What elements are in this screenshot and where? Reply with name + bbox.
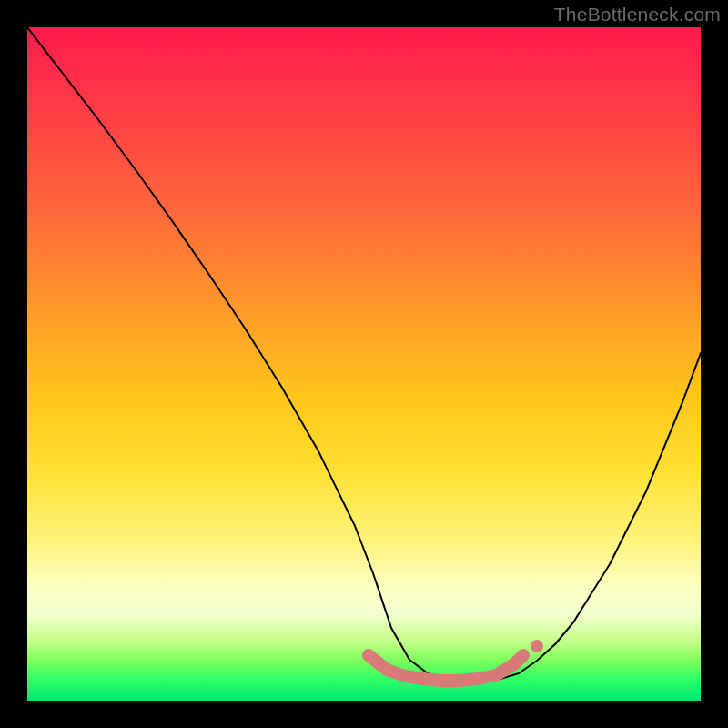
- plot-svg: [27, 27, 701, 701]
- plot-area: [27, 27, 701, 701]
- chart-series-curve: [27, 27, 701, 681]
- chart-frame: TheBottleneck.com: [0, 0, 728, 728]
- watermark-text: TheBottleneck.com: [554, 4, 721, 25]
- chart-series-bottom-highlight: [369, 655, 523, 681]
- chart-marker: [531, 640, 543, 652]
